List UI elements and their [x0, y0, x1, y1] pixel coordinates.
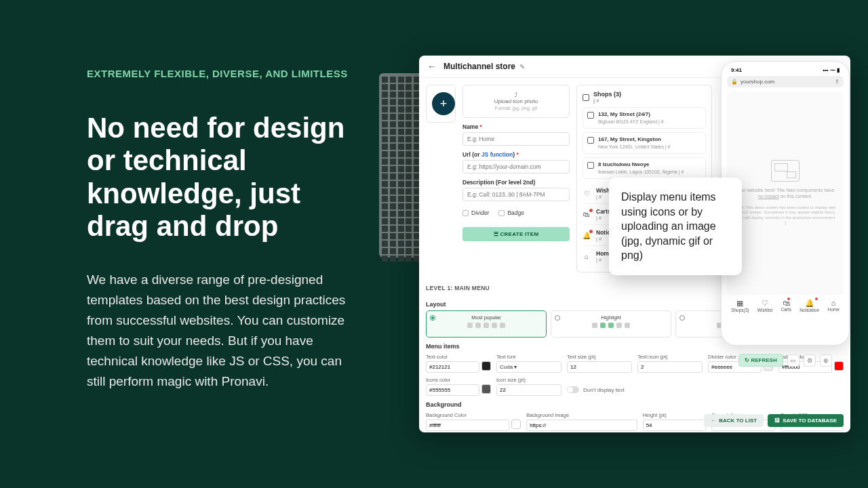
phone-time: 9:41 — [731, 67, 742, 73]
phone-nav-item[interactable]: ♡Wishlist — [757, 299, 772, 312]
layout-option[interactable]: Most popular — [426, 310, 547, 338]
dont-display-text-toggle[interactable] — [567, 386, 579, 393]
shops-heading[interactable]: Shops (3)| # — [583, 91, 706, 104]
phone-nav-item[interactable]: ▦Shops(3) — [731, 299, 749, 312]
eyebrow-text: EXTREMELY FLEXIBLE, DIVERSE, AND LIMITLE… — [87, 68, 358, 79]
phone-nav-item[interactable]: 🛍Carts — [781, 299, 791, 312]
create-item-button[interactable]: ☰ CREATE ITEM — [462, 227, 570, 241]
refresh-button[interactable]: ↻ REFRESH — [738, 354, 783, 367]
description-input[interactable] — [462, 188, 570, 201]
bg-color-input[interactable] — [426, 420, 509, 431]
feature-callout: Display menu items using icons or by upl… — [609, 178, 742, 275]
icon-size-input[interactable] — [496, 384, 561, 396]
phone-nav-item[interactable]: ⌂Home — [827, 299, 839, 312]
phone-note: Note: This demo screen has been scaled t… — [734, 205, 837, 226]
dont-display-text-label: Don't display text — [583, 387, 625, 393]
name-input[interactable] — [462, 132, 570, 146]
phone-bottom-nav: ▦Shops(3)♡Wishlist🛍Carts🔔Notication⌂Home — [727, 299, 844, 312]
text-color-label: Text color — [426, 354, 491, 360]
text-font-label: Text font — [496, 354, 561, 360]
name-label: Name * — [462, 123, 570, 130]
hero-body: We have a diverse range of pre-designed … — [87, 270, 358, 392]
divider-checkbox[interactable]: Divider — [462, 209, 489, 216]
nav-icon: ♡ — [583, 189, 591, 197]
bg-image-label: Background Image — [526, 412, 637, 418]
icons-color-swatch[interactable] — [481, 384, 491, 394]
text-icon-gap-input[interactable] — [637, 361, 703, 373]
add-item-card: + — [426, 85, 456, 123]
lock-icon: 🔒 — [731, 79, 738, 85]
js-function-link[interactable]: JS function — [481, 151, 513, 158]
upload-hint: Format: jpg, png, gif — [466, 106, 566, 110]
icons-color-label: Icons color — [426, 377, 491, 383]
bg-image-input[interactable] — [526, 420, 637, 431]
nav-icon: 🛍 — [583, 210, 591, 218]
location-icon — [587, 137, 594, 144]
shop-icon — [583, 94, 589, 101]
bg-height-label: Height (pt) — [643, 412, 706, 418]
location-icon — [587, 162, 594, 169]
text-color-swatch[interactable] — [481, 361, 491, 371]
bg-color-label: Background Color — [426, 412, 521, 418]
nav-icon: 🔔 — [583, 231, 591, 239]
shop-item[interactable]: 132, My Street (24/7)Bigtown BG23 4YZ En… — [583, 107, 706, 129]
target-icon[interactable]: ⊕ — [820, 354, 832, 367]
description-label: Description (For level 2nd) — [462, 179, 570, 186]
icon-size-label: Icon size (pt) — [496, 377, 561, 383]
phone-url-bar[interactable]: 🔒yourshop.com⇪ — [727, 76, 844, 87]
upload-icon: ⤴ — [466, 92, 566, 98]
text-color-input[interactable] — [426, 361, 479, 373]
shop-item[interactable]: 167, My Street, KingstonNew York 12401, … — [583, 132, 706, 154]
hero-headline: No need for design or technical knowledg… — [87, 112, 358, 243]
shop-item[interactable]: 8 Izuchukwu NwoyeIkassan Lekki, Lagos 10… — [583, 157, 706, 179]
phone-preview-body: Your website here! The Navi components h… — [727, 92, 844, 295]
page-title: Multichannel store — [443, 62, 515, 71]
text-size-input[interactable] — [567, 361, 632, 373]
background-section-label: Background — [426, 401, 844, 408]
upload-label: Upload icon photo — [466, 98, 566, 104]
text-font-select[interactable]: Coda ▾ — [496, 361, 561, 373]
text-icon-gap-label: Text↕icon (pt) — [637, 354, 703, 360]
upload-icon-photo[interactable]: ⤴ Upload icon photo Format: jpg, png, gi… — [462, 85, 570, 118]
add-button[interactable]: + — [432, 92, 455, 115]
location-icon — [587, 112, 594, 119]
bg-color-swatch[interactable] — [511, 420, 521, 429]
text-size-label: Text size (pt) — [567, 354, 632, 360]
phone-nav-item[interactable]: 🔔Notication — [800, 299, 819, 312]
badge-checkbox[interactable]: Badge — [498, 209, 524, 216]
bg-height-input[interactable] — [643, 420, 706, 431]
url-label: Url (or JS function) * — [462, 151, 570, 158]
icons-color-input[interactable] — [426, 384, 479, 396]
settings-icon[interactable]: ⚙ — [804, 354, 816, 367]
url-input[interactable] — [462, 160, 570, 174]
phone-placeholder-text: Your website here! The Navi components h… — [736, 188, 835, 192]
placeholder-illustration — [771, 160, 800, 182]
back-arrow-icon[interactable]: ← — [427, 61, 437, 72]
icon-picker-grid[interactable] — [379, 73, 423, 258]
phone-status-icons: ••• ⁓ ▮ — [823, 67, 840, 73]
layout-option[interactable]: Highlight — [551, 310, 671, 338]
share-icon[interactable]: ⇪ — [835, 79, 840, 85]
nav-icon: ⌂ — [583, 252, 591, 260]
save-to-database-button[interactable]: 🖫 SAVE TO DATABASE — [768, 414, 844, 427]
device-desktop-icon[interactable]: ▭ — [787, 354, 800, 367]
edit-icon[interactable]: ✎ — [519, 63, 525, 70]
back-to-list-button[interactable]: ← BACK TO LIST — [704, 414, 764, 427]
